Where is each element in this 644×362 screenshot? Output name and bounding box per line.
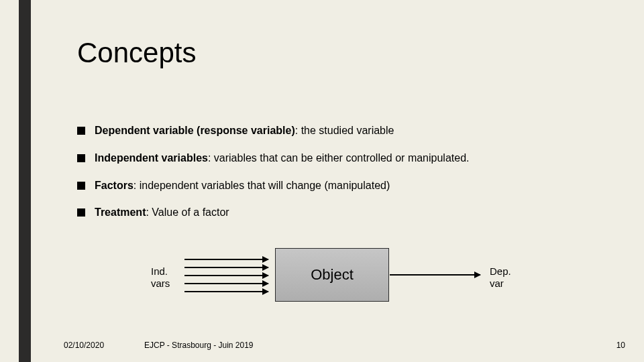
- bullet-rest: : Value of a factor: [146, 206, 229, 218]
- arrow-in-icon: [184, 259, 268, 260]
- footer-date: 02/10/2020: [64, 341, 104, 350]
- bullet-item: Treatment: Value of a factor: [77, 206, 614, 220]
- bullet-item: Independent variables: variables that ca…: [77, 152, 614, 166]
- ind-label-line1: Ind.: [151, 265, 168, 277]
- bullet-rest: : independent variables that will change…: [133, 180, 390, 191]
- bullet-bold: Independent variables: [95, 152, 208, 164]
- arrow-in-icon: [184, 275, 268, 276]
- arrow-in-icon: [184, 283, 268, 284]
- object-label: Object: [311, 266, 354, 284]
- arrow-out-icon: [390, 274, 480, 276]
- slide-title: Concepts: [77, 37, 196, 69]
- bullet-bold: Dependent variable (response variable): [95, 125, 295, 136]
- diagram: Ind. vars Object Dep. var: [141, 248, 517, 315]
- bullet-item: Factors: independent variables that will…: [77, 179, 614, 193]
- dep-label-line1: Dep.: [490, 265, 511, 277]
- slide: Concepts Dependent variable (response va…: [0, 0, 644, 362]
- ind-vars-label: Ind. vars: [151, 265, 170, 290]
- arrow-in-icon: [184, 291, 268, 292]
- bullet-rest: : variables that can be either controlle…: [208, 152, 470, 164]
- accent-bar: [19, 0, 31, 362]
- footer-center: EJCP - Strasbourg - Juin 2019: [144, 341, 254, 350]
- dep-var-label: Dep. var: [490, 265, 511, 290]
- bullet-list: Dependent variable (response variable): …: [77, 124, 614, 233]
- bullet-rest: : the studied variable: [295, 125, 394, 136]
- dep-label-line2: var: [490, 278, 504, 289]
- bullet-bold: Treatment: [95, 206, 146, 218]
- footer-page-number: 10: [616, 341, 625, 350]
- bullet-item: Dependent variable (response variable): …: [77, 124, 614, 138]
- object-box: Object: [275, 248, 389, 302]
- arrow-in-icon: [184, 267, 268, 268]
- bullet-bold: Factors: [95, 180, 133, 191]
- ind-label-line2: vars: [151, 278, 170, 289]
